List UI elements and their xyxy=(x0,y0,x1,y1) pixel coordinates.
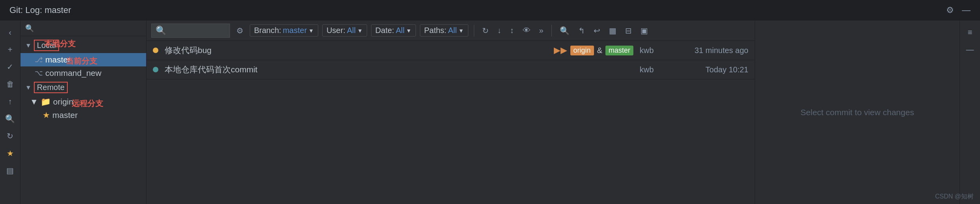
remote-section-header[interactable]: ▼ Remote xyxy=(20,80,146,95)
commit-author-2: kwb xyxy=(640,65,663,74)
commit-message-1: 修改代码bug xyxy=(165,45,548,56)
remote-master-label: master xyxy=(52,110,78,120)
watermark: CSDN @知树 xyxy=(935,193,974,201)
tag-amp-1: & xyxy=(597,46,602,55)
date-filter-label: Date: xyxy=(375,26,394,35)
sidebar-icons: ‹ + ✓ 🗑 ↑ 🔍 ↻ ★ ▤ xyxy=(0,20,20,204)
local-section-header[interactable]: ▼ Local xyxy=(20,38,146,53)
log-search-box[interactable]: 🔍 xyxy=(151,24,230,38)
commit-row-1[interactable]: 修改代码bug ▶▶ origin & master kwb 31 minute… xyxy=(147,41,755,60)
branch-search-icon: 🔍 xyxy=(25,24,34,33)
date-filter-arrow: ▼ xyxy=(406,28,412,34)
commit-button[interactable]: ✓ xyxy=(2,59,18,75)
main-content: ‹ + ✓ 🗑 ↑ 🔍 ↻ ★ ▤ 本地分支 当前分支 远程分支 🔍 ▼ Loc… xyxy=(0,20,980,204)
star-button[interactable]: ★ xyxy=(2,145,18,161)
commit-list: 修改代码bug ▶▶ origin & master kwb 31 minute… xyxy=(147,41,755,204)
push-button[interactable]: ↑ xyxy=(2,94,18,109)
terminal-button[interactable]: ▤ xyxy=(2,163,18,178)
commit-row-2[interactable]: 本地仓库代码首次commit kwb Today 10:21 xyxy=(147,60,755,79)
right-panel: Select commit to view changes xyxy=(755,20,960,204)
branch-search-input[interactable] xyxy=(37,24,141,33)
far-right-minimize-icon[interactable]: — xyxy=(962,42,978,57)
redo-icon[interactable]: ↩ xyxy=(591,24,603,37)
user-filter-value: All xyxy=(347,26,356,35)
branch-icon-command-new: ⌥ xyxy=(35,69,43,77)
paths-filter-label: Paths: xyxy=(424,26,447,35)
user-filter-arrow: ▼ xyxy=(357,28,363,34)
pull-icon[interactable]: ↓ xyxy=(495,24,504,37)
titlebar: Git: Log: master ⚙ — xyxy=(0,0,980,20)
commit-message-2: 本地仓库代码首次commit xyxy=(165,64,627,75)
search-log-icon[interactable]: 🔍 xyxy=(557,24,572,37)
search-button[interactable]: 🔍 xyxy=(2,111,18,127)
branch-icon-master: ⎇ xyxy=(35,55,43,64)
local-label[interactable]: Local xyxy=(34,40,59,51)
titlebar-actions: ⚙ — xyxy=(946,5,971,15)
remote-chevron-icon: ▼ xyxy=(25,84,32,91)
select-commit-placeholder: Select commit to view changes xyxy=(800,108,914,117)
branch-filter[interactable]: Branch: master ▼ xyxy=(250,24,318,37)
delete-button[interactable]: 🗑 xyxy=(2,76,18,92)
branch-item-master[interactable]: ⎇ master xyxy=(20,53,146,66)
local-chevron-icon: ▼ xyxy=(25,42,32,49)
branch-panel: 本地分支 当前分支 远程分支 🔍 ▼ Local ⎇ master xyxy=(20,20,147,204)
commit-dot-2 xyxy=(153,67,158,72)
branch-filter-arrow: ▼ xyxy=(308,28,314,34)
titlebar-title: Git: Log: master xyxy=(9,5,71,15)
commit-author-1: kwb xyxy=(640,46,663,55)
minimize-icon[interactable]: — xyxy=(962,5,971,15)
undo-icon[interactable]: ↰ xyxy=(576,24,587,37)
commit-tags-1: ▶▶ origin & master xyxy=(554,45,633,55)
commit-dot-1 xyxy=(153,48,158,53)
date-filter-value: All xyxy=(396,26,405,35)
tag-arrows-1: ▶▶ xyxy=(554,45,567,55)
commit-time-2: Today 10:21 xyxy=(670,65,748,74)
toolbar-separator-2 xyxy=(551,25,552,37)
local-section: ▼ Local ⎇ master ⌥ command_new xyxy=(20,38,146,80)
paths-filter-value: All xyxy=(448,26,457,35)
remote-branch-master[interactable]: ★ master xyxy=(20,108,146,122)
log-search-icon: 🔍 xyxy=(156,26,166,36)
remote-label[interactable]: Remote xyxy=(34,82,68,93)
remote-origin-folder[interactable]: ▼ 📁 origin xyxy=(20,95,146,108)
far-right-menu-icon[interactable]: ≡ xyxy=(962,24,978,40)
settings-icon[interactable]: ⚙ xyxy=(946,5,954,15)
remote-section: ▼ Remote ▼ 📁 origin ★ master xyxy=(20,80,146,122)
origin-label: origin xyxy=(53,97,73,107)
back-button[interactable]: ‹ xyxy=(2,24,18,40)
fetch-icon[interactable]: ↻ xyxy=(480,24,491,37)
star-icon: ★ xyxy=(43,110,50,120)
paths-filter-arrow: ▼ xyxy=(458,28,464,34)
paths-filter[interactable]: Paths: All ▼ xyxy=(420,24,468,37)
far-right-icons: ≡ — xyxy=(960,20,980,204)
settings-toolbar-icon[interactable]: ⚙ xyxy=(234,24,246,37)
branch-filter-value: master xyxy=(283,26,307,35)
tag-arrow-1: ▶▶ xyxy=(554,45,567,55)
branch-search: 🔍 xyxy=(20,20,146,36)
branch-name-master: master xyxy=(45,55,71,64)
date-filter[interactable]: Date: All ▼ xyxy=(371,24,416,37)
titlebar-left: Git: Log: master xyxy=(9,5,71,15)
filter-icon[interactable]: ⊟ xyxy=(623,24,634,37)
branch-item-command-new[interactable]: ⌥ command_new xyxy=(20,66,146,80)
eye-icon[interactable]: 👁 xyxy=(520,24,533,37)
layout-icon[interactable]: ▣ xyxy=(638,24,650,37)
tag-origin-1: origin xyxy=(570,46,594,55)
grid-icon[interactable]: ▦ xyxy=(607,24,619,37)
branch-filter-label: Branch: xyxy=(254,26,281,35)
folder-icon: 📁 xyxy=(41,97,51,107)
add-button[interactable]: + xyxy=(2,42,18,57)
branch-name-command-new: command_new xyxy=(45,68,101,78)
log-toolbar: 🔍 ⚙ Branch: master ▼ User: All ▼ Date: A… xyxy=(147,20,755,41)
user-filter-label: User: xyxy=(327,26,345,35)
refresh-button[interactable]: ↻ xyxy=(2,128,18,144)
sort-icon[interactable]: ↕ xyxy=(508,24,516,37)
log-search-input[interactable] xyxy=(169,26,224,35)
branch-tree: ▼ Local ⎇ master ⌥ command_new ▼ R xyxy=(20,36,146,204)
user-filter[interactable]: User: All ▼ xyxy=(322,24,367,37)
tag-master-1: master xyxy=(605,46,633,55)
origin-chevron-icon: ▼ xyxy=(30,97,38,107)
more-icon[interactable]: » xyxy=(537,24,546,37)
log-panel: 🔍 ⚙ Branch: master ▼ User: All ▼ Date: A… xyxy=(147,20,755,204)
commit-time-1: 31 minutes ago xyxy=(670,46,748,55)
